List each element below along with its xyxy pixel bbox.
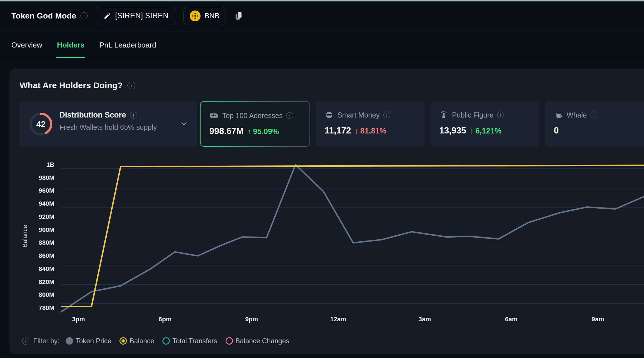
whale-icon [554,110,563,120]
info-icon[interactable] [80,12,88,19]
stats-row: 42 Distribution Score Fresh Wallets hold… [20,101,644,147]
filter-option-balance-changes[interactable]: Balance Changes [226,337,289,345]
info-icon[interactable] [497,112,504,118]
info-icon[interactable] [130,112,137,119]
token-god-mode-page: Token God Mode [SIREN] SIREN [0,0,644,358]
token-selector-button[interactable]: [SIREN] SIREN [96,7,176,25]
cash-icon [209,111,218,120]
radio-icon [119,337,127,345]
page-title: Token God Mode [11,11,76,20]
stat-card-top-100-addresses[interactable]: Top 100 Addresses 998.67M ↑95.09% [200,101,310,147]
series-token-price [61,165,644,312]
filter-option-total-transfers[interactable]: Total Transfers [162,337,217,345]
radio-icon [162,337,170,345]
info-icon[interactable] [286,112,293,119]
arrow-icon: ↑ [247,127,251,136]
tab-holders[interactable]: Holders [57,32,84,58]
chain-badge: BNB [183,7,226,25]
filter-option-label: Total Transfers [172,337,217,345]
panel-title: What Are Holders Doing? [20,81,123,90]
filter-option-label: Balance [129,337,154,345]
series-balance [61,165,644,307]
distribution-score-label: Distribution Score [59,111,126,120]
y-axis-ticks: 1B980M960M940M920M900M880M860M840M820M80… [9,161,56,314]
filter-by-label: Filter by: [33,337,59,345]
stat-value: 13,935 [439,125,466,136]
info-icon[interactable] [127,82,135,89]
distribution-score-card[interactable]: 42 Distribution Score Fresh Wallets hold… [20,101,197,147]
top-progress-strip [0,0,644,1]
info-icon[interactable] [22,338,29,345]
stat-value: 11,172 [325,125,351,136]
filter-option-label: Token Price [76,337,111,345]
distribution-score-gauge: 42 [28,112,53,137]
stat-card-whale[interactable]: Whale 0 [545,101,644,147]
stat-label: Public Figure [452,111,494,119]
filter-option-balance[interactable]: Balance [119,337,154,345]
stat-label: Smart Money [337,111,380,119]
bnb-logo-icon [190,11,201,21]
arrow-icon: ↑ [470,127,474,135]
holders-balance-chart[interactable] [61,161,644,314]
filter-option-label: Balance Changes [236,337,289,345]
stat-delta: ↑6,121% [470,127,501,135]
tab-overview[interactable]: Overview [11,32,42,58]
stat-label: Whale [567,111,587,119]
holders-activity-panel: What Are Holders Doing? 42 Distribution … [9,69,644,354]
stat-delta: ↓81.81% [355,127,386,135]
arrow-icon: ↓ [355,127,359,135]
info-icon[interactable] [383,112,390,118]
x-axis-ticks: 3pm6pm9pm12am3am6am9am [61,316,644,325]
header: Token God Mode [SIREN] SIREN [0,0,644,32]
pencil-icon [104,12,111,20]
tab-pnl-leaderboard[interactable]: PnL Leaderboard [99,32,156,58]
stat-value: 998.67M [209,126,244,136]
stat-card-smart-money[interactable]: Smart Money 11,172 ↓81.81% [316,101,425,147]
stat-delta: ↑95.09% [247,127,279,136]
public-figure-icon [439,110,448,120]
stat-card-public-figure[interactable]: Public Figure 13,935 ↑6,121% [430,101,539,147]
radio-icon [226,337,233,345]
stat-label: Top 100 Addresses [222,112,283,120]
info-icon[interactable] [591,112,597,118]
chevron-down-icon[interactable] [179,119,189,129]
chain-badge-label: BNB [204,11,219,20]
distribution-score-subtitle: Fresh Wallets hold 65% supply [59,123,157,131]
radio-icon [66,337,73,345]
chart-filter-row: Filter by: Token Price Balance Total Tra… [22,337,289,345]
copy-icon[interactable] [235,11,243,21]
smart-money-icon [325,110,334,120]
filter-option-token-price[interactable]: Token Price [66,337,111,345]
stat-value: 0 [554,125,559,136]
distribution-score-value: 42 [28,112,53,137]
token-selector-label: [SIREN] SIREN [115,11,169,20]
tab-bar: Overview Holders PnL Leaderboard [0,32,644,58]
